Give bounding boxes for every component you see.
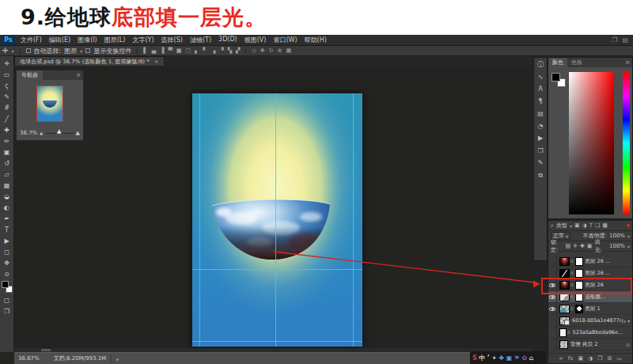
layer-name[interactable]: 背景 拷贝 2 <box>570 341 597 348</box>
chevron-down-icon[interactable]: ▾ <box>570 223 572 229</box>
layer-filter-icon[interactable]: ▦ <box>602 222 608 229</box>
align-icon[interactable]: ▝ <box>219 47 223 54</box>
search-icon[interactable]: ⌕ <box>551 222 554 229</box>
clone-stamp-tool-icon[interactable]: ▣ <box>0 146 13 157</box>
pen-tool-icon[interactable]: ✒ <box>0 213 13 224</box>
dodge-tool-icon[interactable]: ◐ <box>0 202 13 213</box>
layer-thumbnail[interactable] <box>559 257 570 266</box>
brush-panel-icon[interactable]: ✎ <box>538 159 544 166</box>
tool-icon[interactable]: ✿ <box>521 355 527 362</box>
eye-empty-cell[interactable] <box>548 339 557 350</box>
hand-tool-icon[interactable]: ✥ <box>0 257 13 268</box>
eye-empty-cell[interactable] <box>548 256 557 267</box>
document-tab[interactable]: 地球合成.psd @ 36.7% (选取颜色 1, 图层蒙版/8) * × <box>14 56 165 66</box>
navigator-thumbnail[interactable] <box>36 85 63 122</box>
layer-mask-thumbnail[interactable] <box>575 257 583 266</box>
align-icon[interactable]: ▖ <box>195 47 199 54</box>
layer-name[interactable]: 图层 26 <box>586 282 604 289</box>
menu-item[interactable]: 图层(L) <box>104 36 126 44</box>
layer-name[interactable]: 图层 1 <box>586 305 601 313</box>
zoom-in-mountain-icon[interactable]: ▲ <box>76 130 80 136</box>
menu-item[interactable]: 滤镜(T) <box>190 36 211 44</box>
eraser-tool-icon[interactable]: ▱ <box>0 169 13 180</box>
panel-menu-icon[interactable]: ≡ <box>76 72 81 78</box>
align-icon[interactable]: □ <box>185 47 191 54</box>
styles-panel-icon[interactable]: ❒ <box>537 147 543 154</box>
adjustment-layer-icon[interactable]: ◑ <box>588 355 593 362</box>
hue-strip[interactable] <box>623 72 630 214</box>
options-icon[interactable]: ✥ <box>260 47 265 54</box>
layer-thumbnail[interactable] <box>559 328 567 337</box>
zoom-slider-track[interactable]: ▲ <box>45 133 74 134</box>
layer-mask-thumbnail[interactable] <box>575 281 583 290</box>
opacity-value[interactable]: 100% <box>609 233 625 239</box>
home-icon[interactable]: ⌂ <box>529 355 534 362</box>
eye-icon[interactable] <box>548 291 557 302</box>
layer-mask-thumbnail[interactable] <box>575 293 583 301</box>
layer-filter-icon[interactable]: ▣ <box>574 222 580 229</box>
menu-item[interactable]: 3D(D) <box>218 36 237 44</box>
align-icon[interactable]: ▗ <box>211 47 215 54</box>
eye-icon[interactable] <box>548 303 557 314</box>
layer-thumbnail[interactable] <box>559 269 570 278</box>
layer-row[interactable]: 8图层 1 <box>548 303 632 315</box>
fill-value[interactable]: 100% <box>609 243 625 249</box>
layer-thumbnail[interactable] <box>559 293 570 301</box>
canvas-area[interactable] <box>14 66 533 348</box>
screen-mode-icon[interactable]: ❐ <box>0 305 13 317</box>
options-icon[interactable]: ▦ <box>286 47 291 54</box>
poster-document[interactable] <box>192 93 362 347</box>
filter-type-label[interactable]: 类型 <box>556 222 567 229</box>
sogou-icon[interactable]: S <box>472 355 477 362</box>
lock-icon[interactable]: ✛ <box>573 243 578 249</box>
layer-row[interactable]: 8图层 26 ... <box>548 256 632 267</box>
auto-select-checkbox[interactable] <box>26 48 31 53</box>
add-mask-icon[interactable]: ▣ <box>578 355 583 362</box>
layer-name[interactable]: 选取颜... <box>586 294 606 301</box>
tab-color[interactable]: 颜色 <box>548 58 567 67</box>
navigator-zoom-value[interactable]: 36.7% <box>20 130 37 136</box>
panel-menu-icon[interactable]: ≡ <box>625 59 630 66</box>
adjustments-panel-icon[interactable]: ▤ <box>537 110 544 117</box>
options-icon[interactable]: ◇ <box>252 47 256 54</box>
new-layer-icon[interactable]: ⊞ <box>607 355 612 362</box>
menu-item[interactable]: 选择(S) <box>161 36 183 44</box>
quick-mask-icon[interactable]: ▢ <box>0 294 13 305</box>
foreground-color-swatch[interactable] <box>2 281 9 288</box>
layer-thumbnail[interactable] <box>559 305 570 313</box>
show-transform-checkbox[interactable] <box>85 48 90 53</box>
status-zoom-value[interactable]: 36.67% <box>18 355 40 362</box>
layer-filter-icon[interactable]: ❑ <box>595 222 600 229</box>
align-icon[interactable]: ▚ <box>228 47 232 54</box>
foreground-color-swatch[interactable] <box>552 73 560 82</box>
eye-icon[interactable] <box>548 279 557 290</box>
info-panel-icon[interactable]: ⓘ <box>537 61 544 68</box>
masks-panel-icon[interactable]: ◔ <box>538 123 544 130</box>
healing-brush-tool-icon[interactable]: ✚ <box>0 124 13 135</box>
crop-tool-icon[interactable]: # <box>0 102 13 113</box>
histogram-panel-icon[interactable]: ∿ <box>538 74 544 81</box>
plus-icon[interactable]: ✚ <box>499 355 505 362</box>
blur-tool-icon[interactable]: ◒ <box>0 191 13 202</box>
options-icon[interactable]: ⊕ <box>278 47 282 54</box>
zoom-slider-thumb[interactable]: ▲ <box>57 129 61 135</box>
link-layers-icon[interactable]: ∞ <box>559 355 563 362</box>
layer-row[interactable]: 8图层 26 <box>548 279 632 291</box>
layer-row[interactable]: 背景 拷贝 2⊙ <box>548 339 632 351</box>
workspace-switch-icon[interactable]: ❐ <box>612 36 617 44</box>
menu-item[interactable]: 文件(F) <box>21 36 42 44</box>
align-icon[interactable]: ▀ <box>168 47 172 54</box>
options-icon[interactable]: ↻ <box>269 47 274 54</box>
history-brush-tool-icon[interactable]: ↺ <box>0 157 13 169</box>
layer-filter-icon[interactable]: ◑ <box>582 222 587 229</box>
tab-close-icon[interactable]: × <box>154 59 159 65</box>
layer-row[interactable]: 8选取颜... <box>548 291 632 303</box>
flag-icon[interactable]: ⚑ <box>514 355 520 362</box>
layer-thumbnail[interactable] <box>559 317 570 325</box>
eye-empty-cell[interactable] <box>548 267 557 279</box>
align-icon[interactable]: ▐ <box>160 47 164 54</box>
star-icon[interactable]: ✦ <box>491 355 497 362</box>
menu-item[interactable]: 视图(V) <box>244 36 267 44</box>
lock-icon[interactable]: ✚ <box>580 243 585 249</box>
actions-panel-icon[interactable]: ▶ <box>538 135 543 142</box>
